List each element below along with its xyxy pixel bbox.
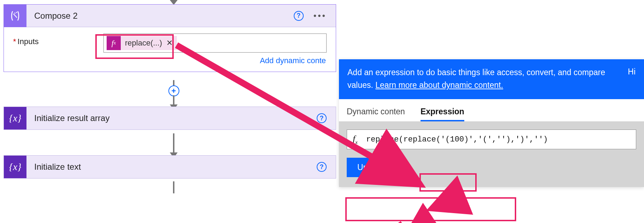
init-array-card[interactable]: {x} Initialize result array ?: [4, 107, 336, 130]
compose2-title: Compose 2: [26, 11, 294, 21]
hide-link[interactable]: Hi: [628, 67, 636, 77]
connector-line: [173, 181, 174, 193]
inputs-label: *Inputs: [13, 34, 103, 46]
variable-icon: {x}: [4, 107, 26, 129]
popup-body: fx replace(replace('(100)','(',''),')','…: [339, 122, 644, 187]
add-step-button[interactable]: +: [168, 85, 179, 96]
inputs-field-wrap: fx replace(...) ✕ Add dynamic conte: [103, 34, 327, 65]
token-label: replace(...): [125, 38, 162, 48]
variable-icon: {x}: [4, 156, 26, 178]
init-text-actions: ?: [317, 162, 336, 172]
token-remove-icon[interactable]: ✕: [166, 38, 173, 48]
init-text-card[interactable]: {x} Initialize text ?: [4, 155, 336, 179]
init-array-header: {x} Initialize result array ?: [4, 107, 336, 129]
expression-token[interactable]: fx replace(...) ✕: [107, 36, 177, 50]
connector-line: [173, 133, 174, 153]
popup-info-text: Add an expression to do basic things lik…: [347, 66, 617, 91]
init-text-header: {x} Initialize text ?: [4, 156, 336, 178]
compose2-header: Compose 2 ? •••: [4, 5, 336, 27]
popup-tabs: Dynamic conten Expression: [339, 99, 644, 122]
tab-dynamic-content[interactable]: Dynamic conten: [347, 107, 405, 121]
expression-text: replace(replace('(100)','(',''),')',''): [366, 135, 548, 144]
compose-icon: [4, 5, 26, 27]
compose2-actions: ? •••: [294, 11, 336, 21]
flow-column: Compose 2 ? ••• *Inputs fx replace(...) …: [4, 0, 336, 179]
annotation-box: [345, 197, 516, 221]
more-menu-icon[interactable]: •••: [314, 11, 327, 21]
init-array-title: Initialize result array: [26, 113, 317, 123]
connector-line: [173, 95, 174, 105]
inputs-input[interactable]: fx replace(...) ✕: [103, 34, 327, 53]
help-icon[interactable]: ?: [317, 162, 327, 172]
popup-info-banner: Add an expression to do basic things lik…: [339, 59, 644, 99]
compose2-card[interactable]: Compose 2 ? ••• *Inputs fx replace(...) …: [4, 4, 336, 72]
expression-input[interactable]: fx replace(replace('(100)','(',''),')','…: [347, 129, 636, 149]
expression-popup: Add an expression to do basic things lik…: [339, 59, 644, 187]
compose2-body: *Inputs fx replace(...) ✕ Add dynamic co…: [4, 27, 336, 72]
help-icon[interactable]: ?: [317, 113, 327, 123]
add-dynamic-row: Add dynamic conte: [103, 53, 327, 65]
help-icon[interactable]: ?: [294, 11, 304, 21]
learn-more-link[interactable]: Learn more about dynamic content.: [375, 80, 503, 90]
fx-icon: fx: [107, 36, 121, 50]
required-star-icon: *: [13, 37, 16, 46]
update-button[interactable]: Update: [347, 158, 394, 177]
init-text-title: Initialize text: [26, 162, 317, 172]
fx-icon: fx: [353, 134, 358, 145]
add-dynamic-link[interactable]: Add dynamic conte: [260, 56, 326, 65]
tab-expression[interactable]: Expression: [421, 107, 464, 121]
init-array-actions: ?: [317, 113, 336, 123]
